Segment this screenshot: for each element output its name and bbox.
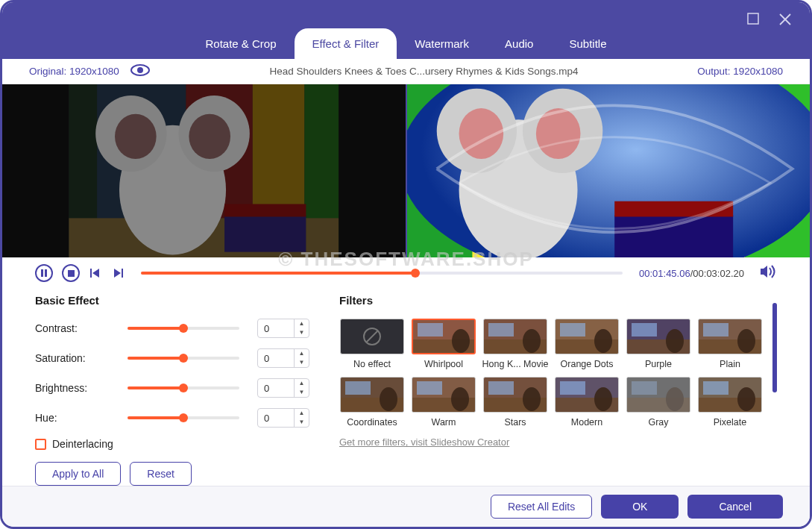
tab-watermark[interactable]: Watermark bbox=[397, 28, 487, 59]
filter-label: Modern bbox=[571, 417, 602, 428]
svg-rect-65 bbox=[345, 381, 371, 395]
filter-thumbnail bbox=[483, 377, 547, 413]
svg-rect-38 bbox=[122, 269, 123, 278]
filter-thumbnail bbox=[412, 377, 476, 413]
filter-stars[interactable]: Stars bbox=[482, 377, 548, 428]
effect-label: Contrast: bbox=[35, 322, 128, 334]
filter-thumbnail bbox=[626, 319, 690, 354]
time-display: 00:01:45.06/00:03:02.20 bbox=[639, 268, 744, 279]
next-frame-button[interactable] bbox=[111, 264, 125, 282]
deinterlacing-checkbox[interactable] bbox=[35, 439, 46, 450]
filter-thumbnail bbox=[555, 319, 619, 354]
stop-button[interactable] bbox=[62, 264, 80, 282]
svg-line-41 bbox=[366, 331, 378, 342]
svg-rect-53 bbox=[560, 323, 585, 337]
preview-row bbox=[2, 84, 810, 257]
pause-button[interactable] bbox=[35, 264, 53, 282]
value-input[interactable]: 0 ▲▼ bbox=[257, 348, 309, 368]
svg-rect-77 bbox=[560, 381, 585, 395]
prev-frame-button[interactable] bbox=[89, 264, 102, 282]
filter-label: Plain bbox=[720, 359, 740, 369]
original-resolution: Original: 1920x1080 bbox=[29, 66, 119, 77]
step-down-icon[interactable]: ▼ bbox=[295, 358, 309, 367]
svg-point-60 bbox=[737, 329, 755, 353]
svg-rect-61 bbox=[703, 323, 728, 337]
filter-whirlpool[interactable]: Whirlpool bbox=[411, 319, 476, 369]
step-up-icon[interactable]: ▲ bbox=[295, 379, 309, 388]
slider-brightness[interactable] bbox=[128, 386, 239, 389]
preview-original bbox=[2, 84, 407, 257]
svg-marker-39 bbox=[761, 266, 767, 278]
tab-rotate-crop[interactable]: Rotate & Crop bbox=[187, 28, 294, 59]
filter-label: Coordinates bbox=[347, 417, 397, 428]
filter-orange-dots[interactable]: Orange Dots bbox=[554, 319, 620, 369]
filter-purple[interactable]: Purple bbox=[626, 319, 691, 369]
value-input[interactable]: 0 ▲▼ bbox=[257, 378, 309, 398]
svg-point-4 bbox=[137, 67, 143, 73]
step-down-icon[interactable]: ▼ bbox=[295, 418, 309, 427]
seek-bar[interactable] bbox=[141, 272, 623, 275]
effect-label: Brightness: bbox=[35, 382, 128, 394]
filter-label: Whirlpool bbox=[424, 359, 463, 369]
svg-marker-36 bbox=[92, 269, 99, 278]
tab-effect-filter[interactable]: Effect & Filter bbox=[295, 28, 397, 59]
filter-modern[interactable]: Modern bbox=[554, 377, 620, 428]
svg-point-64 bbox=[380, 387, 397, 411]
filters-scrollbar[interactable] bbox=[772, 303, 777, 433]
filter-gray[interactable]: Gray bbox=[626, 377, 691, 428]
svg-rect-32 bbox=[41, 269, 43, 277]
effect-label: Saturation: bbox=[35, 352, 128, 364]
apply-to-all-button[interactable]: Apply to All bbox=[35, 462, 121, 486]
filter-warm[interactable]: Warm bbox=[411, 377, 476, 428]
svg-rect-0 bbox=[748, 13, 758, 24]
reset-all-edits-button[interactable]: Reset All Edits bbox=[491, 495, 592, 519]
filter-thumbnail bbox=[698, 377, 762, 413]
effect-label: Hue: bbox=[35, 412, 128, 424]
svg-point-44 bbox=[452, 329, 470, 353]
volume-icon[interactable] bbox=[761, 265, 777, 281]
filter-no-effect[interactable]: No effect bbox=[339, 319, 405, 369]
step-down-icon[interactable]: ▼ bbox=[295, 388, 309, 397]
filter-plain[interactable]: Plain bbox=[697, 319, 763, 369]
preview-eye-icon[interactable] bbox=[130, 63, 151, 79]
slider-saturation[interactable] bbox=[128, 357, 239, 360]
filter-label: Orange Dots bbox=[561, 359, 614, 369]
filter-thumbnail bbox=[412, 319, 476, 354]
step-up-icon[interactable]: ▲ bbox=[295, 409, 309, 418]
filter-label: Purple bbox=[645, 359, 672, 369]
filter-label: Stars bbox=[504, 417, 526, 428]
tab-audio[interactable]: Audio bbox=[487, 28, 551, 59]
slider-contrast[interactable] bbox=[128, 327, 239, 330]
svg-point-52 bbox=[594, 329, 612, 353]
filter-label: Warm bbox=[432, 417, 456, 428]
step-up-icon[interactable]: ▲ bbox=[295, 349, 309, 358]
filter-label: No effect bbox=[353, 359, 391, 369]
filter-coordinates[interactable]: Coordinates bbox=[339, 377, 405, 428]
filter-pixelate[interactable]: Pixelate bbox=[697, 377, 763, 428]
svg-rect-33 bbox=[45, 269, 47, 277]
value-input[interactable]: 0 ▲▼ bbox=[257, 408, 309, 428]
filter-thumbnail bbox=[340, 377, 404, 413]
value-input[interactable]: 0 ▲▼ bbox=[257, 319, 309, 338]
filter-thumbnail bbox=[483, 319, 547, 354]
deinterlacing-label: Deinterlacing bbox=[52, 438, 113, 450]
slider-hue[interactable] bbox=[128, 416, 239, 419]
tab-subtitle[interactable]: Subtitle bbox=[551, 28, 624, 59]
get-more-filters-link[interactable]: Get more filters, visit Slideshow Creato… bbox=[339, 436, 509, 448]
filter-label: Hong K... Movie bbox=[482, 359, 549, 369]
svg-rect-69 bbox=[417, 381, 442, 395]
ok-button[interactable]: OK bbox=[601, 495, 679, 519]
filter-thumbnail bbox=[555, 377, 619, 413]
minimize-button[interactable] bbox=[747, 13, 759, 29]
filter-thumbnail bbox=[626, 377, 690, 413]
reset-button[interactable]: Reset bbox=[130, 462, 192, 486]
filter-thumbnail bbox=[340, 319, 404, 354]
svg-point-72 bbox=[523, 387, 541, 411]
step-down-icon[interactable]: ▼ bbox=[295, 328, 309, 337]
filter-hong-k-movie[interactable]: Hong K... Movie bbox=[482, 319, 548, 369]
cancel-button[interactable]: Cancel bbox=[687, 495, 783, 519]
svg-rect-73 bbox=[488, 381, 514, 395]
close-button[interactable] bbox=[778, 13, 792, 29]
step-up-icon[interactable]: ▲ bbox=[295, 319, 309, 328]
preview-output bbox=[407, 84, 811, 257]
